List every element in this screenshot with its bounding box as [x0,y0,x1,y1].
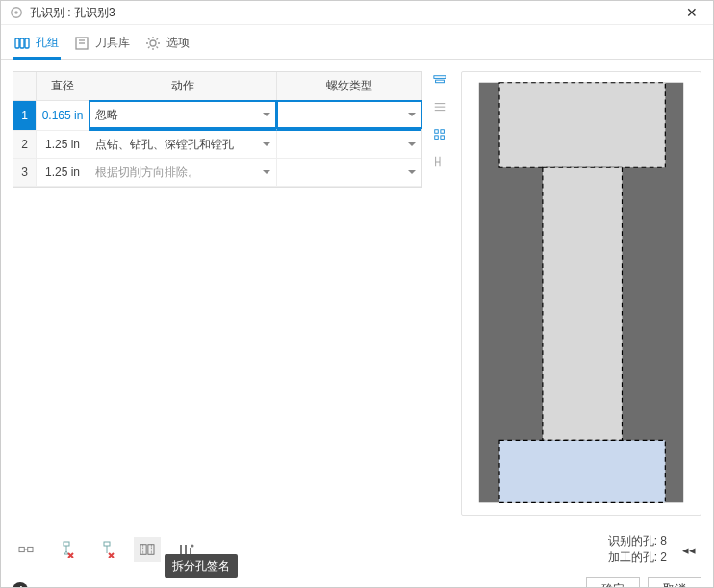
window-title: 孔识别 : 孔识别3 [30,5,115,21]
diameter-cell: 0.165 in [37,101,89,131]
svg-rect-25 [441,136,445,140]
holes-table: 直径 动作 螺纹类型 1 0.165 in 忽略 [13,71,422,516]
cancel-button[interactable]: 取消 [648,577,701,588]
tab-hole-groups[interactable]: 孔组 [14,35,59,59]
row-index: 3 [13,159,37,187]
tab-label: 刀具库 [95,35,130,51]
chevron-down-icon [263,142,270,146]
chevron-down-icon [408,113,416,116]
diameter-cell: 1.25 in [37,131,89,159]
tab-bar: 孔组 刀具库 选项 [1,25,713,60]
svg-rect-22 [435,130,439,134]
svg-rect-32 [499,440,665,502]
tab-tool-library[interactable]: 刀具库 [74,35,130,59]
svg-rect-24 [435,136,439,140]
tab-label: 选项 [166,35,190,51]
svg-rect-18 [436,80,445,83]
table-row[interactable]: 3 1.25 in 根据切削方向排除。 [13,159,421,187]
tab-label: 孔组 [36,35,59,51]
side-toolbar [428,71,451,516]
svg-point-50 [191,545,194,548]
list-icon[interactable] [431,100,448,115]
action-dropdown[interactable]: 忽略 [89,101,276,128]
col-header-index [13,72,37,101]
svg-rect-39 [104,542,110,546]
tooltip: 拆分孔签名 [165,554,238,578]
svg-rect-33 [19,548,24,552]
svg-line-13 [148,38,150,40]
dropdown-value: 忽略 [95,107,118,123]
svg-rect-2 [15,38,19,48]
table-row[interactable]: 1 0.165 in 忽略 [13,101,421,131]
svg-rect-17 [434,76,446,79]
svg-line-14 [157,46,159,48]
svg-rect-34 [28,548,33,552]
close-icon[interactable]: ✕ [678,1,705,24]
chevron-down-icon [408,170,416,174]
col-header-action[interactable]: 动作 [89,72,277,101]
svg-rect-3 [20,38,24,48]
svg-line-16 [157,38,159,40]
chevron-down-icon [263,170,270,174]
action-dropdown[interactable]: 点钻、钻孔、深镗孔和镗孔 [89,131,276,158]
ok-button[interactable]: 确定 [586,577,640,588]
link-icon[interactable] [13,537,39,562]
delete-tool2-icon[interactable] [93,537,120,562]
status-text: 识别的孔: 8 加工的孔: 2 [608,533,676,566]
action-dropdown[interactable]: 根据切削方向排除。 [89,159,276,186]
diameter-cell: 1.25 in [37,159,89,187]
info-icon[interactable]: i [13,582,28,588]
col-header-thread[interactable]: 螺纹类型 [277,72,421,101]
bottom-toolbar: 识别的孔: 8 加工的孔: 2 ◂◂ 拆分孔签名 [1,527,713,566]
hole-preview[interactable] [461,71,701,516]
chevron-down-icon [408,142,416,146]
rewind-icon[interactable]: ◂◂ [676,539,701,561]
grid-icon[interactable] [431,127,448,142]
app-icon [9,5,24,20]
gear-icon [145,36,161,51]
col-header-diameter[interactable]: 直径 [37,72,89,101]
row-index: 1 [13,101,37,131]
chevron-down-icon [263,113,270,116]
svg-line-15 [148,46,150,48]
table-row[interactable]: 2 1.25 in 点钻、钻孔、深镗孔和镗孔 [13,131,421,159]
thread-dropdown[interactable] [277,101,421,128]
split-signature-icon[interactable] [134,537,161,562]
measure-icon[interactable] [431,154,448,169]
holes-icon [14,36,30,51]
svg-point-1 [14,11,18,14]
svg-rect-4 [25,38,29,48]
svg-rect-31 [543,167,623,440]
svg-rect-36 [64,542,69,546]
filter-icon[interactable] [431,73,448,89]
tab-options[interactable]: 选项 [145,35,190,59]
thread-dropdown[interactable] [277,159,421,186]
svg-rect-23 [441,130,445,134]
svg-rect-30 [499,83,665,167]
delete-tool-icon[interactable] [53,537,80,562]
svg-point-8 [150,40,156,46]
row-index: 2 [13,131,37,159]
tool-library-icon [74,36,89,51]
dropdown-value: 根据切削方向排除。 [95,165,199,181]
dropdown-value: 点钻、钻孔、深镗孔和镗孔 [95,137,234,153]
thread-dropdown[interactable] [277,131,421,158]
